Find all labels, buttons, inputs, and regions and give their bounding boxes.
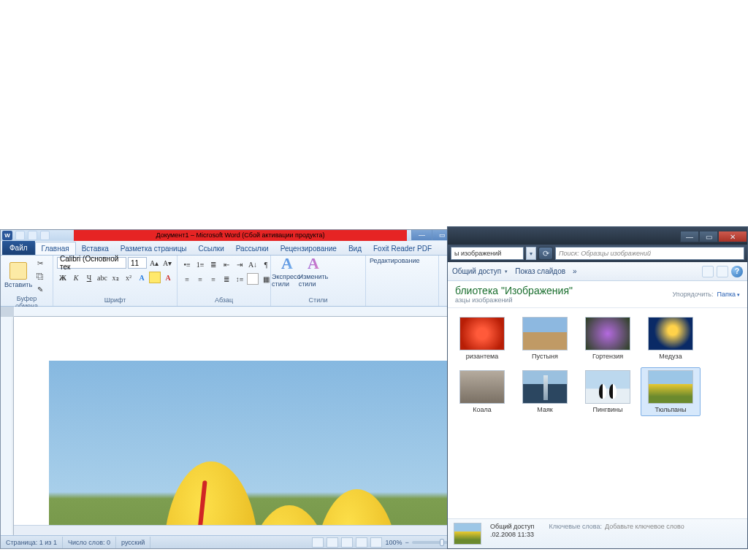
align-right-icon[interactable]: ≡ (207, 273, 219, 285)
status-words[interactable]: Число слов: 0 (63, 537, 116, 548)
styles-icon: A (281, 254, 293, 273)
thumb-label-4: Коала (455, 406, 509, 413)
keywords-label: Ключевые слова: (549, 523, 602, 530)
quick-styles-button[interactable]: A Экспресс-стили (275, 257, 299, 285)
indent-inc-icon[interactable]: ⇥ (234, 258, 245, 270)
sort-icon[interactable]: A↓ (247, 258, 259, 270)
subscript-button[interactable]: x₂ (110, 272, 121, 283)
align-center-icon[interactable]: ≡ (194, 273, 206, 285)
strike-button[interactable]: abc (96, 272, 108, 283)
highlight-icon[interactable] (149, 272, 161, 283)
line-spacing-icon[interactable]: ↕≡ (234, 273, 245, 285)
keywords-hint[interactable]: Добавьте ключевое слово (605, 523, 684, 530)
tab-view[interactable]: Вид (343, 242, 367, 255)
tab-layout[interactable]: Разметка страницы (115, 242, 193, 255)
view-web-icon[interactable] (341, 537, 353, 548)
horizontal-scrollbar[interactable] (14, 525, 471, 535)
paste-button[interactable]: Вставить (4, 257, 32, 294)
bullets-icon[interactable]: •≡ (181, 258, 193, 270)
tab-mailings[interactable]: Рассылки (230, 242, 275, 255)
refresh-icon[interactable]: ⟳ (538, 247, 553, 260)
thumb-label-1: Пустыня (518, 353, 572, 360)
thumb-item-1[interactable]: Пустыня (515, 314, 575, 363)
underline-button[interactable]: Ч (83, 272, 95, 283)
justify-icon[interactable]: ≣ (221, 273, 232, 285)
tab-review[interactable]: Рецензирование (275, 242, 343, 255)
qat-undo-icon[interactable] (28, 231, 37, 240)
numbering-icon[interactable]: 1≡ (194, 258, 206, 270)
bold-button[interactable]: Ж (57, 272, 69, 283)
group-styles: A Экспресс-стили A Изменить стили Стили (271, 256, 366, 306)
font-color-icon[interactable]: A (162, 272, 174, 283)
shrink-font-icon[interactable]: A▾ (161, 257, 173, 269)
library-header: блиотека "Изображения" азцы изображений … (448, 281, 747, 308)
zoom-thumb[interactable] (440, 539, 444, 546)
exp-close-button[interactable]: ✕ (718, 231, 747, 242)
toolbar-share[interactable]: Общий доступ (452, 267, 508, 275)
thumb-item-4[interactable]: Коала (452, 367, 512, 416)
toolbar-more[interactable]: » (573, 267, 577, 275)
font-size-combo[interactable]: 11 (128, 257, 147, 269)
view-reading-icon[interactable] (327, 537, 338, 548)
change-styles-button[interactable]: A Изменить стили (301, 257, 326, 285)
cut-icon[interactable]: ✂ (34, 257, 46, 269)
qat-save-icon[interactable] (15, 231, 25, 240)
view-print-layout-icon[interactable] (312, 537, 324, 548)
breadcrumb-dropdown-icon[interactable]: ▾ (526, 247, 536, 260)
font-name-combo[interactable]: Calibri (Основной тек (57, 257, 126, 269)
thumb-item-5[interactable]: Маяк (515, 367, 575, 416)
toolbar-slideshow[interactable]: Показ слайдов (515, 267, 565, 275)
exp-maximize-button[interactable]: ▭ (699, 231, 718, 242)
group-font: Calibri (Основной тек 11 A▴ A▾ Ж К Ч abc… (53, 256, 178, 306)
explorer-window-controls: — ▭ ✕ (680, 229, 747, 242)
indent-dec-icon[interactable]: ⇤ (221, 258, 232, 270)
thumb-item-3[interactable]: Медуза (641, 314, 701, 363)
grow-font-icon[interactable]: A▴ (148, 257, 160, 269)
thumb-item-2[interactable]: Гортензия (578, 314, 638, 363)
minimize-button[interactable]: — (411, 230, 432, 240)
zoom-value[interactable]: 100% (385, 539, 402, 546)
superscript-button[interactable]: x² (123, 272, 134, 283)
italic-button[interactable]: К (70, 272, 82, 283)
document-page[interactable] (14, 317, 471, 535)
text-effect-icon[interactable]: A (136, 272, 148, 283)
exp-minimize-button[interactable]: — (680, 231, 699, 242)
search-input[interactable]: Поиск: Образцы изображений (555, 247, 744, 260)
quick-access-toolbar (15, 231, 50, 240)
sort-value[interactable]: Папка (717, 291, 740, 298)
thumb-item-6[interactable]: Пингвины (578, 367, 638, 416)
thumb-label-7: Тюльпаны (644, 406, 698, 413)
tab-references[interactable]: Ссылки (193, 242, 230, 255)
horizontal-ruler[interactable] (14, 307, 471, 317)
details-thumbnail (454, 523, 481, 545)
tab-foxit[interactable]: Foxit Reader PDF (367, 242, 438, 255)
status-language[interactable]: русский (116, 537, 150, 548)
zoom-out-icon[interactable]: − (405, 539, 408, 546)
ribbon-tabs: Файл Главная Вставка Разметка страницы С… (1, 241, 481, 256)
preview-pane-icon[interactable] (717, 266, 728, 277)
align-left-icon[interactable]: ≡ (181, 273, 193, 285)
thumb-item-7[interactable]: Тюльпаны (641, 367, 701, 416)
tab-insert[interactable]: Вставка (76, 242, 115, 255)
word-titlebar[interactable]: W Документ1 – Microsoft Word (Сбой актив… (1, 230, 481, 241)
inserted-image-tulips[interactable] (49, 361, 458, 535)
view-outline-icon[interactable] (356, 537, 367, 548)
tab-home[interactable]: Главная (35, 242, 76, 255)
view-draft-icon[interactable] (370, 537, 382, 548)
breadcrumb[interactable]: ы изображений (451, 247, 524, 260)
word-window: W Документ1 – Microsoft Word (Сбой актив… (0, 229, 482, 549)
status-page[interactable]: Страница: 1 из 1 (1, 537, 63, 548)
qat-redo-icon[interactable] (40, 231, 50, 240)
multilevel-icon[interactable]: ≣ (207, 258, 219, 270)
view-options-icon[interactable] (702, 266, 714, 277)
borders-icon[interactable]: ▦ (260, 273, 272, 285)
file-tab[interactable]: Файл (2, 240, 35, 255)
thumb-item-0[interactable]: ризантема (452, 314, 512, 363)
shading-icon[interactable] (247, 273, 259, 285)
help-icon[interactable]: ? (731, 266, 743, 277)
copy-icon[interactable]: ⿻ (34, 270, 46, 282)
explorer-titlebar[interactable]: — ▭ ✕ (448, 227, 747, 245)
vertical-ruler[interactable] (1, 317, 14, 535)
format-painter-icon[interactable]: ✎ (34, 283, 46, 295)
show-marks-icon[interactable]: ¶ (260, 258, 272, 270)
